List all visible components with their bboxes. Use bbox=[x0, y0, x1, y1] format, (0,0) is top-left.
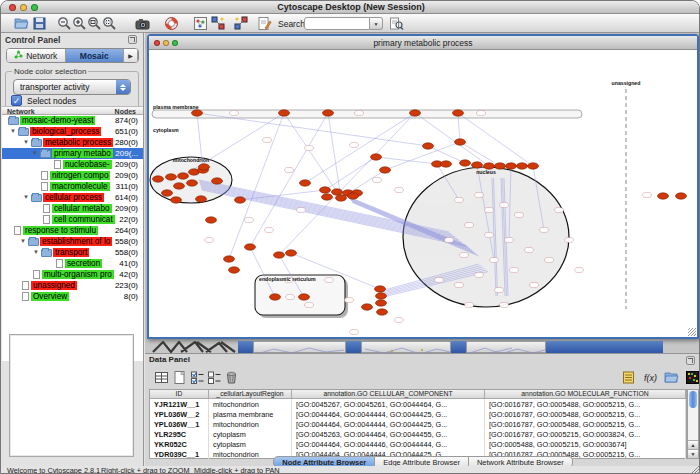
expander-icon[interactable]: ▼ bbox=[10, 128, 16, 135]
table-cell[interactable]: mitochondrion bbox=[209, 419, 292, 429]
expander-icon[interactable]: ▼ bbox=[32, 150, 38, 157]
tab-network[interactable]: Network bbox=[7, 49, 66, 62]
column-header[interactable]: ID bbox=[150, 390, 209, 399]
table-cell[interactable]: YPL036W__2 bbox=[150, 409, 209, 419]
table-cell[interactable]: [GO:0016787, GO:0005215, GO:0003824, G..… bbox=[485, 429, 686, 439]
new-attribute-icon[interactable] bbox=[170, 368, 188, 386]
tree-row-nitrogen-compo[interactable]: nitrogen compo209(0) bbox=[2, 170, 143, 181]
table-cell[interactable]: [GO:0016787, GO:0005488, GO:0005215, G..… bbox=[485, 419, 686, 429]
plugin-manager-icon[interactable] bbox=[192, 15, 209, 32]
save-icon[interactable] bbox=[31, 15, 48, 32]
birdseye-view[interactable] bbox=[9, 334, 134, 457]
tree-row-mosaic-demo-yeast[interactable]: mosaic-demo-yeast874(0) bbox=[2, 115, 143, 126]
attribute-grid-icon[interactable] bbox=[152, 368, 170, 386]
background-window-edge[interactable] bbox=[238, 341, 253, 353]
table-cell[interactable]: YLR295C bbox=[150, 429, 209, 439]
expander-icon[interactable]: ▼ bbox=[23, 139, 29, 146]
window-titlebar: Cytoscape Desktop (New Session) bbox=[1, 1, 700, 14]
table-cell[interactable]: YKR052C bbox=[150, 439, 209, 449]
network-node bbox=[441, 161, 452, 167]
background-window-preview[interactable] bbox=[466, 341, 546, 353]
network-canvas[interactable]: plasma membranecytoplasmmitochondrionnuc… bbox=[149, 50, 697, 337]
tree-row-cellular-process[interactable]: ▼cellular process614(0) bbox=[2, 192, 143, 203]
background-window-edge[interactable] bbox=[346, 341, 361, 353]
expander-icon[interactable]: ▼ bbox=[23, 194, 29, 201]
table-cell[interactable]: [GO:0005488, GO:0005215, GO:0003674] bbox=[485, 439, 686, 449]
tree-row-cell-communicat[interactable]: cell communicat22(0) bbox=[2, 214, 143, 225]
scrollbar-thumb[interactable] bbox=[689, 391, 697, 408]
table-cell[interactable]: plasma membrane bbox=[209, 409, 292, 419]
network-node bbox=[380, 167, 391, 173]
search-settings-icon[interactable] bbox=[388, 15, 405, 32]
table-cell[interactable]: cytoplasm bbox=[209, 439, 292, 449]
tree-row-secretion[interactable]: secretion41(0) bbox=[2, 258, 143, 269]
tree-row-nucleobase-[interactable]: nucleobase-209(0) bbox=[2, 159, 143, 170]
table-cell[interactable]: [GO:0016787, GO:0005488, GO:0005215, G..… bbox=[485, 399, 686, 409]
search-input[interactable] bbox=[304, 17, 370, 30]
table-cell[interactable]: YPL036W__1 bbox=[150, 419, 209, 429]
table-scrollbar[interactable]: ▲ ▼ bbox=[687, 389, 699, 459]
select-attributes-icon[interactable] bbox=[188, 368, 206, 386]
background-window-edge[interactable] bbox=[451, 341, 466, 353]
view-resize-grip[interactable] bbox=[688, 328, 696, 336]
tree-row-unassigned[interactable]: unassigned223(0) bbox=[2, 280, 143, 291]
background-window-titlebar[interactable] bbox=[546, 341, 663, 353]
tree-row-count: 41(0) bbox=[119, 259, 138, 268]
snapshot-camera-icon[interactable] bbox=[134, 15, 151, 32]
tree-row-macromolecule[interactable]: macromolecule311(0) bbox=[2, 181, 143, 192]
network-view-titlebar[interactable]: primary metabolic process bbox=[149, 36, 697, 50]
zoom-selected-icon[interactable] bbox=[101, 15, 118, 32]
table-cell[interactable]: [GO:0016787, GO:0005488, GO:0005215, G..… bbox=[485, 409, 686, 419]
tree-row-response-to-stimulu[interactable]: response to stimulu264(0) bbox=[2, 225, 143, 236]
folder-icon bbox=[28, 238, 39, 246]
column-header[interactable]: _cellularLayoutRegion bbox=[209, 390, 292, 399]
unselect-attributes-icon[interactable] bbox=[205, 368, 223, 386]
column-header[interactable]: annotation.GO MOLECULAR_FUNCTION bbox=[485, 390, 686, 399]
help-lifesaver-icon[interactable] bbox=[163, 15, 180, 32]
float-data-panel-icon[interactable] bbox=[686, 356, 695, 365]
tree-row-count: 558(0) bbox=[115, 237, 138, 246]
expander-icon[interactable]: ▼ bbox=[20, 238, 26, 245]
layout-network-1-icon[interactable] bbox=[210, 15, 227, 32]
table-cell[interactable]: cytoplasm bbox=[209, 429, 292, 439]
tab-mosaic[interactable]: Mosaic bbox=[66, 49, 125, 62]
node-color-dropdown[interactable]: transporter activity bbox=[13, 79, 131, 95]
column-header[interactable]: annotation.GO CELLULAR_COMPONENT bbox=[292, 390, 485, 399]
table-cell[interactable]: [GO:0044464, GO:0044444, GO:0044425, G..… bbox=[292, 409, 485, 419]
tree-row-metabolic-process[interactable]: ▼metabolic process280(0) bbox=[2, 137, 143, 148]
window-resize-grip[interactable] bbox=[691, 466, 700, 474]
tree-row-multi-organism-pro[interactable]: multi-organism pro42(0) bbox=[2, 269, 143, 280]
attribute-batch-icon[interactable] bbox=[619, 368, 637, 386]
table-cell[interactable]: [GO:0044464, GO:0044446, GO:0044444, G..… bbox=[292, 439, 485, 449]
background-window-preview[interactable] bbox=[361, 341, 451, 353]
annotation-icon[interactable] bbox=[256, 15, 273, 32]
table-cell[interactable]: mitochondrion bbox=[209, 399, 292, 409]
matrix-view-icon[interactable] bbox=[683, 368, 700, 386]
import-attributes-icon[interactable] bbox=[662, 368, 680, 386]
table-cell[interactable]: [GO:0045263, GO:0044464, GO:0044455, G..… bbox=[292, 429, 485, 439]
tree-row-biological-process[interactable]: ▼biological_process651(0) bbox=[2, 126, 143, 137]
background-window-preview[interactable] bbox=[253, 341, 346, 353]
tree-row-primary-metabo[interactable]: ▼primary metabo209(... bbox=[2, 148, 143, 159]
float-panel-icon[interactable] bbox=[128, 35, 137, 44]
layout-network-2-icon[interactable] bbox=[233, 15, 250, 32]
document-icon bbox=[41, 182, 48, 191]
expander-icon[interactable]: ▼ bbox=[33, 249, 39, 256]
folder-icon bbox=[41, 249, 52, 257]
tree-row-cellular-metabo[interactable]: cellular metabo209(0) bbox=[2, 203, 143, 214]
search-dropdown-arrow[interactable]: ▼ bbox=[370, 17, 383, 30]
tree-row-establishment-of-lo[interactable]: ▼establishment of lo558(0) bbox=[2, 236, 143, 247]
open-folder-icon[interactable] bbox=[13, 15, 30, 32]
delete-attribute-icon[interactable] bbox=[222, 368, 240, 386]
tree-row-transport[interactable]: ▼transport558(0) bbox=[2, 247, 143, 258]
network-node bbox=[299, 294, 310, 300]
tree-row-overview[interactable]: Overview8(0) bbox=[2, 291, 143, 302]
scroll-up-button[interactable]: ▲ bbox=[688, 440, 698, 449]
table-cell[interactable]: YJR121W__1 bbox=[150, 399, 209, 409]
function-builder-icon[interactable]: f(x) bbox=[641, 368, 659, 386]
network-node bbox=[323, 110, 334, 116]
select-nodes-checkbox[interactable]: ✓ bbox=[11, 95, 22, 106]
tab-overflow-arrow[interactable]: ▶ bbox=[124, 49, 138, 62]
table-cell[interactable]: [GO:0045267, GO:0045261, GO:0044464, G..… bbox=[292, 399, 485, 409]
table-cell[interactable]: [GO:0044464, GO:0044444, GO:0044425, G..… bbox=[292, 419, 485, 429]
